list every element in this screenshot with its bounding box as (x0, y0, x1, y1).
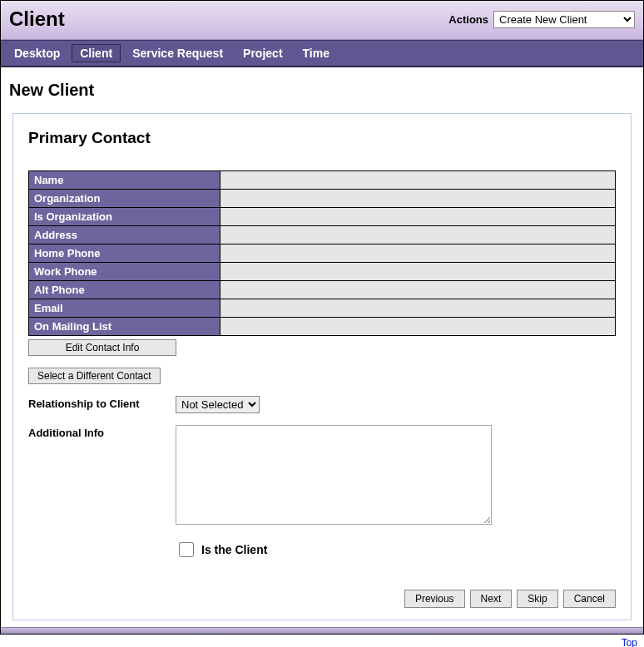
additional-info-textarea[interactable] (176, 425, 492, 525)
row-value-is-organization (220, 208, 616, 226)
table-row: Address (29, 226, 616, 244)
header-bar: Client Actions Create New Client (1, 1, 643, 40)
row-label-home-phone: Home Phone (29, 244, 220, 263)
actions-wrap: Actions Create New Client (448, 11, 635, 28)
row-value-name (220, 171, 616, 190)
nav-bar: Desktop Client Service Request Project T… (1, 40, 643, 67)
nav-time[interactable]: Time (295, 44, 338, 62)
contact-table: Name Organization Is Organization Addres… (28, 170, 616, 336)
nav-service-request[interactable]: Service Request (124, 44, 231, 62)
primary-contact-panel: Primary Contact Name Organization Is Org… (12, 113, 632, 620)
next-button[interactable]: Next (470, 590, 513, 608)
skip-button[interactable]: Skip (517, 590, 557, 608)
row-label-organization: Organization (29, 190, 220, 208)
top-link[interactable]: Top (622, 637, 637, 647)
row-label-work-phone: Work Phone (29, 263, 220, 281)
row-label-is-organization: Is Organization (29, 208, 220, 226)
row-value-on-mailing-list (220, 318, 616, 336)
is-client-checkbox[interactable] (179, 542, 194, 557)
page-title: New Client (1, 67, 643, 108)
nav-project[interactable]: Project (235, 44, 290, 62)
table-row: Organization (29, 190, 616, 208)
row-value-home-phone (220, 244, 616, 263)
row-label-on-mailing-list: On Mailing List (29, 318, 220, 336)
cancel-button[interactable]: Cancel (563, 590, 616, 608)
header-title: Client (9, 7, 65, 31)
actions-select[interactable]: Create New Client (493, 11, 635, 28)
table-row: Email (29, 299, 616, 318)
table-row: Name (29, 171, 616, 190)
wizard-buttons: Previous Next Skip Cancel (28, 590, 616, 608)
row-value-work-phone (220, 263, 616, 281)
edit-contact-info-button[interactable]: Edit Contact Info (28, 339, 176, 356)
table-row: Home Phone (29, 244, 616, 263)
additional-info-label: Additional Info (28, 425, 166, 439)
row-label-email: Email (29, 299, 220, 318)
row-value-alt-phone (220, 281, 616, 299)
previous-button[interactable]: Previous (404, 590, 465, 608)
row-label-name: Name (29, 171, 220, 190)
panel-heading: Primary Contact (28, 129, 616, 147)
relationship-select[interactable]: Not Selected (176, 396, 260, 413)
nav-desktop[interactable]: Desktop (6, 44, 68, 62)
table-row: Alt Phone (29, 281, 616, 299)
relationship-label: Relationship to Client (28, 396, 166, 410)
nav-client[interactable]: Client (72, 44, 121, 62)
table-row: Is Organization (29, 208, 616, 226)
row-label-address: Address (29, 226, 220, 244)
table-row: On Mailing List (29, 318, 616, 336)
table-row: Work Phone (29, 263, 616, 281)
select-different-contact-button[interactable]: Select a Different Contact (28, 368, 161, 384)
is-client-label: Is the Client (201, 543, 267, 556)
footer-bar (1, 627, 643, 634)
actions-label: Actions (448, 13, 488, 26)
row-value-email (220, 299, 616, 318)
row-value-address (220, 226, 616, 244)
row-label-alt-phone: Alt Phone (29, 281, 220, 299)
row-value-organization (220, 190, 616, 208)
